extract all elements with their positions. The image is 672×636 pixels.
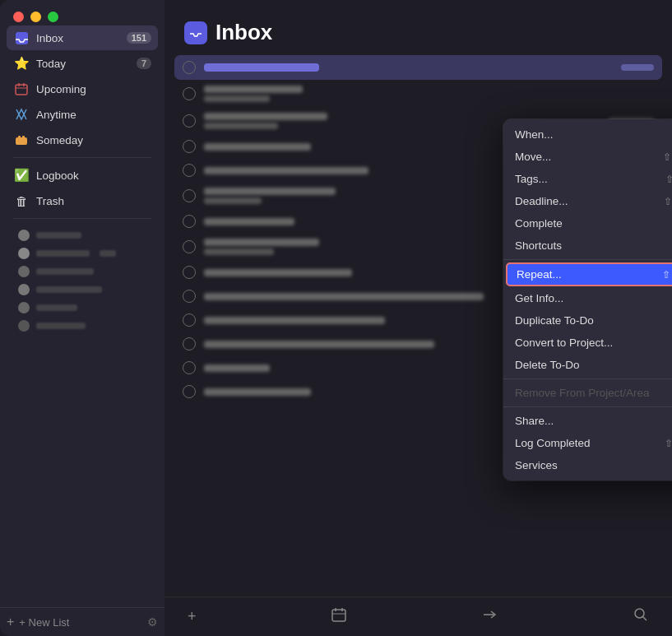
todo-checkbox-9[interactable] [183, 266, 196, 279]
todo-checkbox-11[interactable] [183, 313, 196, 327]
context-menu-share[interactable]: Share... [503, 410, 672, 432]
todo-sub-2 [204, 95, 270, 102]
ctx-deadline-shortcut: ⇧⌘ D [664, 196, 672, 207]
context-menu-duplicate[interactable]: Duplicate To-Do ⌘ D [503, 309, 672, 332]
someday-icon [13, 132, 30, 148]
todo-checkbox-3[interactable] [183, 114, 196, 128]
todo-title-8 [204, 239, 319, 246]
sidebar-item-trash[interactable]: 🗑 Trash [7, 188, 158, 213]
ctx-repeat-shortcut: ⇧⌘ R [662, 269, 672, 281]
project-1-label [36, 232, 81, 239]
sidebar-item-upcoming[interactable]: Upcoming [7, 77, 158, 101]
sidebar-project-4[interactable] [13, 281, 151, 298]
context-menu-complete[interactable]: Complete › [503, 212, 672, 234]
sidebar: Inbox 151 ⭐ Today 7 Upcoming [0, 0, 165, 636]
context-menu-tags[interactable]: Tags... ⇧⌘ T [503, 168, 672, 190]
context-menu-deadline[interactable]: Deadline... ⇧⌘ D [503, 190, 672, 212]
page-title: Inbox [216, 20, 272, 45]
sidebar-logbook-label: Logbook [36, 169, 151, 182]
table-row[interactable] [174, 55, 662, 80]
todo-checkbox-1[interactable] [183, 61, 196, 74]
new-list-button[interactable]: + + New List ⚙ [0, 607, 165, 636]
ctx-move-shortcut: ⇧⌘ M [663, 151, 672, 163]
todo-title-4 [204, 143, 311, 151]
anytime-icon [13, 106, 30, 123]
maximize-button[interactable] [48, 12, 58, 22]
sidebar-item-logbook[interactable]: ✅ Logbook [7, 163, 158, 188]
project-6-icon [18, 320, 30, 332]
sidebar-project-3[interactable] [13, 263, 151, 280]
todo-checkbox-13[interactable] [183, 361, 196, 374]
project-3-label [36, 268, 94, 275]
svg-rect-5 [16, 137, 27, 145]
context-menu-getinfo[interactable]: Get Info... [503, 287, 672, 309]
sidebar-item-inbox[interactable]: Inbox 151 [7, 26, 158, 50]
todo-checkbox-14[interactable] [183, 385, 196, 398]
todo-checkbox-2[interactable] [183, 87, 196, 100]
sidebar-inbox-label: Inbox [36, 32, 127, 44]
todo-checkbox-4[interactable] [183, 140, 196, 153]
ctx-complete-label: Complete [515, 217, 672, 230]
svg-rect-1 [16, 85, 27, 95]
project-3-icon [18, 266, 30, 277]
todo-checkbox-8[interactable] [183, 240, 196, 253]
todo-title-10 [204, 293, 484, 300]
context-menu-divider-3 [503, 406, 672, 407]
sidebar-item-someday[interactable]: Someday [7, 128, 158, 152]
todo-title-blurred [204, 63, 319, 72]
ctx-delete-label: Delete To-Do [515, 359, 672, 371]
sidebar-item-today[interactable]: ⭐ Today 7 [7, 51, 158, 76]
todo-sub-6 [204, 197, 262, 204]
main-header: Inbox [165, 0, 672, 55]
add-todo-button[interactable]: + [184, 605, 200, 629]
inbox-badge: 151 [127, 32, 151, 44]
sidebar-project-2[interactable] [13, 245, 151, 262]
minimize-button[interactable] [30, 12, 41, 22]
ctx-move-label: Move... [515, 151, 663, 163]
ctx-when-label: When... [515, 128, 672, 141]
context-menu-repeat[interactable]: Repeat... ⇧⌘ R [506, 262, 672, 286]
main-toolbar: + [165, 597, 672, 636]
filter-icon[interactable]: ⚙ [147, 615, 158, 629]
svg-rect-6 [18, 136, 21, 138]
ctx-convert-label: Convert to Project... [515, 337, 672, 349]
ctx-duplicate-label: Duplicate To-Do [515, 314, 672, 327]
search-button[interactable] [629, 603, 652, 630]
new-list-label: + New List [19, 616, 69, 629]
todo-title-13 [204, 364, 270, 372]
sidebar-upcoming-label: Upcoming [36, 83, 151, 95]
ctx-remove-label: Remove From Project/Area [515, 387, 672, 399]
todo-checkbox-10[interactable] [183, 290, 196, 303]
ctx-log-shortcut: ⇧⌘ Y [665, 438, 672, 449]
today-icon: ⭐ [13, 55, 30, 72]
upcoming-icon [13, 81, 30, 97]
context-menu-delete[interactable]: Delete To-Do ⌫ [503, 354, 672, 376]
close-button[interactable] [13, 12, 24, 22]
todo-checkbox-7[interactable] [183, 215, 196, 228]
trash-icon: 🗑 [13, 193, 30, 209]
todo-checkbox-6[interactable] [183, 189, 196, 202]
todo-title-11 [204, 317, 385, 324]
todo-title-2 [204, 86, 303, 93]
table-row[interactable] [174, 81, 662, 107]
sidebar-project-6[interactable] [13, 318, 151, 334]
new-list-plus-icon: + [7, 615, 14, 629]
context-menu-convert[interactable]: Convert to Project... [503, 332, 672, 354]
context-menu-move[interactable]: Move... ⇧⌘ M [503, 146, 672, 168]
context-menu-shortcuts[interactable]: Shortcuts › [503, 234, 672, 257]
sidebar-project-5[interactable] [13, 299, 151, 316]
calendar-view-button[interactable] [327, 603, 350, 630]
context-menu-remove: Remove From Project/Area [503, 382, 672, 404]
context-menu-log[interactable]: Log Completed ⇧⌘ Y [503, 432, 672, 454]
todo-checkbox-12[interactable] [183, 337, 196, 350]
todo-title-9 [204, 269, 352, 276]
sidebar-projects [7, 224, 158, 337]
context-menu-services[interactable]: Services › [503, 454, 672, 476]
project-5-icon [18, 302, 30, 313]
todo-checkbox-5[interactable] [183, 164, 196, 177]
sidebar-item-anytime[interactable]: Anytime [7, 102, 158, 127]
move-button[interactable] [478, 603, 501, 630]
context-menu-when[interactable]: When... ⌘ S [503, 123, 672, 146]
todo-right-1 [621, 64, 654, 71]
sidebar-project-1[interactable] [13, 227, 151, 244]
